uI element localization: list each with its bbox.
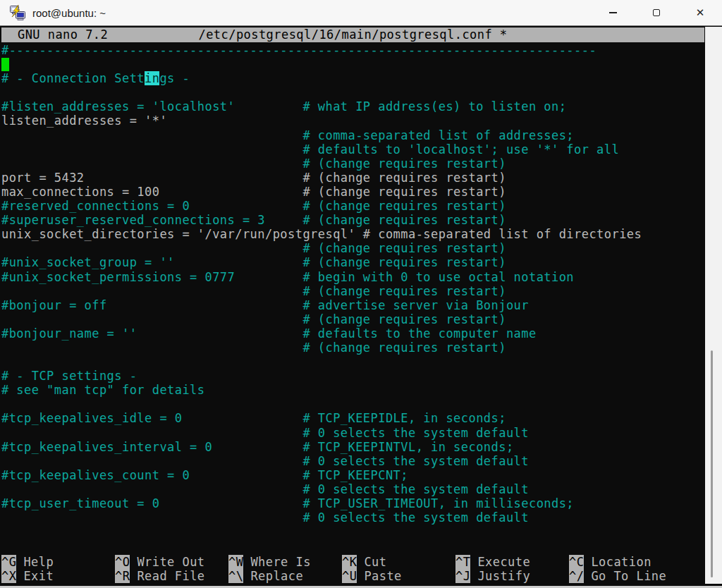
shortcut-key: ^T — [455, 555, 470, 569]
editor-line: #listen_addresses = 'localhost' # what I… — [1, 99, 704, 114]
shortcut-item: ^GHelp — [1, 555, 115, 569]
editor-line: #tcp_keepalives_idle = 0 # TCP_KEEPIDLE,… — [1, 411, 704, 425]
scrollbar-thumb[interactable] — [711, 350, 713, 577]
text-segment: gs - — [159, 71, 190, 85]
terminal-window: root@ubuntu: ~ ✕ /etc/postgresql/16/main… — [0, 0, 722, 588]
shortcut-key: ^J — [455, 569, 470, 583]
text-segment: #tcp_keepalives_interval = 0 # TCP_KEEPI… — [1, 440, 514, 454]
editor-content[interactable]: #---------------------------------------… — [1, 43, 704, 553]
text-segment: #unix_socket_group = '' # (change requir… — [1, 255, 506, 269]
window-titlebar[interactable]: root@ubuntu: ~ ✕ — [0, 0, 722, 26]
shortcut-key: ^\ — [228, 569, 243, 583]
text-segment: # 0 selects the system default — [1, 454, 529, 468]
shortcut-item: ^XExit — [1, 569, 115, 583]
editor-line: listen_addresses = '*' — [1, 114, 704, 128]
text-segment: port = 5432 # (change requires restart) — [1, 171, 506, 185]
text-segment: # 0 selects the system default — [1, 426, 529, 440]
text-segment: # - TCP settings - — [1, 369, 137, 383]
shortcut-label: Where Is — [250, 555, 310, 569]
window-title: root@ubuntu: ~ — [32, 7, 106, 19]
shortcut-key: ^U — [342, 569, 357, 583]
editor-line: # defaults to 'localhost'; use '*' for a… — [1, 142, 704, 157]
shortcut-column: ^GHelp^XExit — [1, 555, 115, 583]
editor-line: # (change requires restart) — [1, 284, 704, 298]
text-segment: # (change requires restart) — [1, 157, 506, 171]
shortcut-label: Paste — [364, 569, 401, 583]
shortcut-label: Cut — [364, 555, 386, 569]
maximize-icon — [653, 9, 660, 16]
text-segment: unix_socket_directories = '/var/run/post… — [1, 227, 642, 241]
shortcut-item: ^UPaste — [342, 569, 455, 583]
text-segment: # comma-separated list of addresses; — [1, 128, 574, 142]
search-match: in — [145, 71, 159, 85]
shortcut-column: ^WWhere Is^\Replace — [228, 555, 342, 583]
editor-line — [1, 355, 704, 369]
text-segment: #superuser_reserved_connections = 3 # (c… — [1, 213, 506, 227]
shortcut-label: Justify — [477, 569, 530, 583]
shortcut-key: ^G — [1, 555, 16, 569]
text-segment: # (change requires restart) — [1, 312, 506, 326]
shortcut-label: Read File — [137, 569, 204, 583]
nano-shortcut-bar: ^GHelp^XExit^OWrite Out^RRead File^WWher… — [1, 555, 683, 583]
minimize-button[interactable] — [591, 0, 635, 25]
shortcut-key: ^O — [115, 555, 130, 569]
editor-line — [1, 397, 704, 411]
minimize-icon — [609, 12, 617, 13]
shortcut-column: ^KCut^UPaste — [342, 555, 455, 583]
text-segment: #listen_addresses = 'localhost' # what I… — [1, 99, 566, 114]
text-segment: #bonjour = off # advertise server via Bo… — [1, 298, 529, 312]
scrollbar-track[interactable] — [705, 27, 722, 584]
shortcut-item: ^JJustify — [455, 569, 569, 583]
editor-line: #bonjour_name = '' # defaults to the com… — [1, 326, 704, 341]
editor-line: # 0 selects the system default — [1, 426, 704, 440]
editor-line: # (change requires restart) — [1, 341, 704, 355]
text-segment: #unix_socket_permissions = 0777 # begin … — [1, 270, 574, 284]
editor-line: unix_socket_directories = '/var/run/post… — [1, 227, 704, 241]
putty-icon — [9, 5, 26, 20]
text-segment: #tcp_user_timeout = 0 # TCP_USER_TIMEOUT… — [1, 496, 574, 510]
text-segment: # defaults to 'localhost'; use '*' for a… — [1, 142, 619, 157]
text-segment: # see "man tcp" for details — [1, 383, 205, 397]
editor-line — [1, 85, 704, 99]
shortcut-label: Help — [23, 555, 54, 569]
shortcut-label: Execute — [477, 555, 530, 569]
editor-line: #tcp_keepalives_count = 0 # TCP_KEEPCNT; — [1, 468, 704, 482]
editor-line: # - Connection Settings - — [1, 71, 704, 85]
text-segment: # 0 selects the system default — [1, 510, 529, 525]
editor-line: # 0 selects the system default — [1, 454, 704, 468]
shortcut-item: ^KCut — [342, 555, 455, 569]
shortcut-key: ^K — [342, 555, 357, 569]
shortcut-item: ^OWrite Out — [115, 555, 228, 569]
window-controls: ✕ — [591, 0, 722, 25]
shortcut-label: Location — [591, 555, 651, 569]
text-cursor — [1, 58, 9, 71]
shortcut-item: ^/Go To Line — [569, 569, 683, 583]
shortcut-column: ^CLocation^/Go To Line — [569, 555, 683, 583]
editor-line: #unix_socket_permissions = 0777 # begin … — [1, 270, 704, 284]
editor-line: # (change requires restart) — [1, 157, 704, 171]
close-button[interactable]: ✕ — [678, 0, 722, 25]
separator-line: #---------------------------------------… — [1, 43, 596, 57]
text-segment: #bonjour_name = '' # defaults to the com… — [1, 326, 537, 341]
editor-line: # - TCP settings - — [1, 369, 704, 383]
text-segment: # 0 selects the system default — [1, 482, 529, 496]
text-segment: # (change requires restart) — [1, 341, 506, 355]
editor-line: #unix_socket_group = '' # (change requir… — [1, 255, 704, 269]
nano-version: GNU nano 7.2 — [18, 27, 108, 42]
editor-line: # comma-separated list of addresses; — [1, 128, 704, 142]
editor-line: # (change requires restart) — [1, 312, 704, 326]
editor-line: #bonjour = off # advertise server via Bo… — [1, 298, 704, 312]
editor-line: max_connections = 100 # (change requires… — [1, 185, 704, 199]
text-segment: listen_addresses = '*' — [1, 114, 167, 128]
maximize-button[interactable] — [635, 0, 678, 25]
shortcut-item: ^TExecute — [455, 555, 569, 569]
shortcut-key: ^R — [115, 569, 130, 583]
editor-line: # 0 selects the system default — [1, 510, 704, 525]
editor-line: #superuser_reserved_connections = 3 # (c… — [1, 213, 704, 227]
text-segment: max_connections = 100 # (change requires… — [1, 185, 506, 199]
nano-titlebar: /etc/postgresql/16/main/postgresql.conf … — [1, 27, 704, 42]
shortcut-column: ^TExecute^JJustify — [455, 555, 569, 583]
close-icon: ✕ — [696, 6, 705, 19]
shortcut-label: Write Out — [137, 555, 204, 569]
shortcut-label: Exit — [23, 569, 54, 583]
